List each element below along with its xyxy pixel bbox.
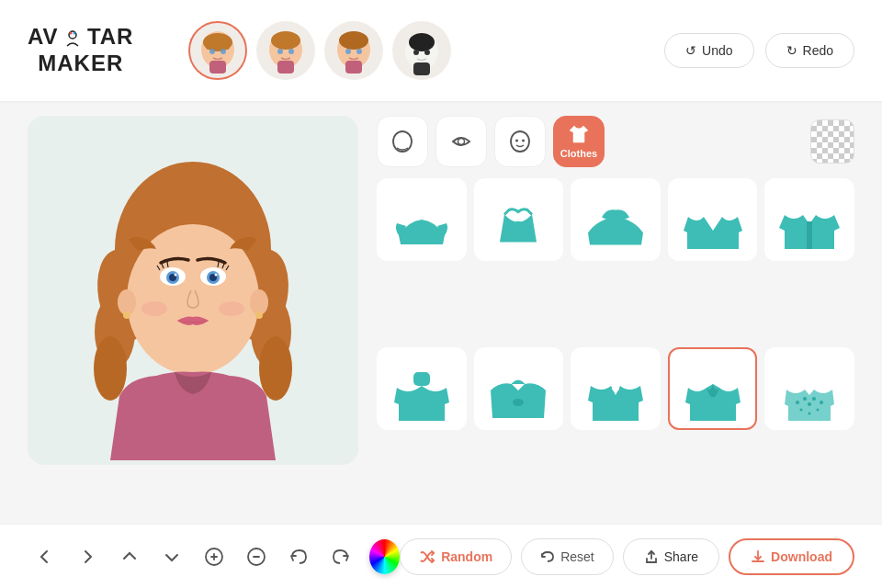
arrow-up-button[interactable]	[112, 539, 147, 574]
logo: AV TAR MAKER	[28, 24, 133, 77]
clothes-item-2[interactable]	[474, 178, 564, 261]
avatar-face-svg-3	[329, 26, 379, 75]
rotate-right-icon	[331, 547, 351, 567]
tab-pattern[interactable]	[810, 119, 854, 164]
avatar-face-svg-2	[261, 26, 311, 75]
download-button[interactable]: Download	[729, 538, 854, 575]
avatar-previews	[188, 21, 664, 80]
color-wheel[interactable]	[369, 539, 400, 574]
clothes-item-4[interactable]	[668, 178, 758, 261]
clothes-item-8[interactable]	[571, 347, 661, 430]
main-area: Clothes	[0, 101, 882, 524]
clothes-item-6[interactable]	[377, 347, 467, 430]
clothes-item-5[interactable]	[764, 178, 854, 261]
svg-point-6	[209, 49, 215, 54]
svg-point-62	[800, 409, 803, 412]
bottom-right-actions: Random Reset Share	[400, 538, 854, 575]
svg-point-42	[219, 301, 244, 316]
avatar-preview-3[interactable]	[324, 21, 383, 80]
clothes-svg-8	[583, 368, 648, 423]
logo-line2: MAKER	[38, 51, 123, 77]
zoom-out-button[interactable]	[239, 539, 274, 574]
clothes-item-9[interactable]	[668, 347, 758, 430]
svg-rect-8	[209, 61, 226, 74]
rotate-left-button[interactable]	[281, 539, 316, 574]
share-button[interactable]: Share	[623, 538, 719, 575]
svg-point-39	[175, 274, 177, 277]
svg-point-58	[803, 397, 807, 401]
app-container: AV TAR MAKER	[0, 0, 882, 588]
arrow-down-button[interactable]	[154, 539, 189, 574]
avatar-preview-1[interactable]	[188, 21, 247, 80]
svg-point-61	[820, 401, 823, 404]
bottom-toolbar: Random Reset Share	[0, 524, 882, 588]
avatar-svg	[46, 120, 340, 460]
clothes-svg-1	[390, 198, 454, 254]
arrow-left-button[interactable]	[28, 539, 62, 574]
arrow-down-icon	[164, 548, 180, 565]
svg-point-17	[356, 49, 362, 54]
svg-point-10	[271, 31, 300, 50]
download-label: Download	[771, 549, 832, 564]
eye-icon	[449, 130, 473, 153]
svg-point-64	[817, 409, 820, 412]
svg-point-51	[515, 140, 518, 142]
tab-head[interactable]	[377, 116, 428, 167]
rotate-left-icon	[288, 547, 309, 567]
tab-clothes[interactable]: Clothes	[553, 116, 605, 167]
svg-rect-5	[206, 42, 230, 50]
tab-face[interactable]	[494, 116, 546, 167]
tab-eye[interactable]	[435, 116, 487, 167]
clothes-item-10[interactable]	[764, 347, 854, 430]
svg-point-63	[808, 413, 811, 415]
clothes-item-1[interactable]	[377, 178, 467, 261]
clothes-svg-5	[777, 198, 842, 254]
redo-button[interactable]: ↻ Redo	[765, 33, 854, 68]
random-button[interactable]: Random	[400, 538, 512, 575]
right-panel: Clothes	[377, 116, 854, 509]
arrow-left-icon	[37, 548, 53, 565]
random-icon	[419, 548, 435, 565]
reset-label: Reset	[560, 549, 594, 564]
zoom-in-button[interactable]	[197, 539, 232, 574]
zoom-out-icon	[246, 547, 266, 567]
avatar-face-svg-4	[397, 26, 447, 75]
redo-icon: ↻	[786, 43, 797, 58]
clothes-item-3[interactable]	[571, 178, 661, 261]
logo-text: AV TAR	[28, 24, 133, 51]
clothes-svg-6	[390, 368, 454, 423]
svg-point-45	[123, 311, 130, 319]
avatar-preview-4[interactable]	[392, 21, 451, 80]
svg-rect-53	[807, 221, 812, 249]
svg-point-55	[513, 399, 524, 406]
reset-button[interactable]: Reset	[521, 538, 614, 575]
svg-point-57	[796, 401, 799, 404]
rotate-right-button[interactable]	[323, 539, 358, 574]
avatar-preview-2[interactable]	[256, 21, 315, 80]
svg-point-44	[250, 289, 268, 315]
svg-rect-54	[413, 372, 430, 386]
nav-arrows	[28, 539, 358, 574]
svg-point-52	[522, 140, 525, 142]
face-icon	[508, 130, 532, 153]
clothes-svg-9	[681, 368, 745, 423]
svg-rect-13	[277, 61, 294, 74]
svg-point-12	[288, 49, 294, 54]
svg-point-48	[393, 131, 412, 152]
clothes-icon	[567, 124, 591, 144]
clothes-item-7[interactable]	[474, 347, 564, 430]
undo-button[interactable]: ↺ Undo	[664, 33, 753, 68]
logo-line1: AV TAR	[28, 24, 133, 49]
svg-point-50	[511, 131, 529, 152]
svg-point-43	[118, 289, 136, 315]
redo-label: Redo	[803, 43, 833, 58]
logo-avatar-icon	[66, 30, 79, 47]
zoom-in-icon	[204, 547, 224, 567]
arrow-right-button[interactable]	[70, 539, 105, 574]
svg-point-21	[413, 50, 419, 55]
svg-point-40	[215, 274, 218, 277]
download-icon	[751, 549, 765, 564]
clothes-svg-10	[777, 368, 842, 423]
svg-point-30	[94, 336, 127, 401]
svg-rect-18	[345, 61, 362, 74]
